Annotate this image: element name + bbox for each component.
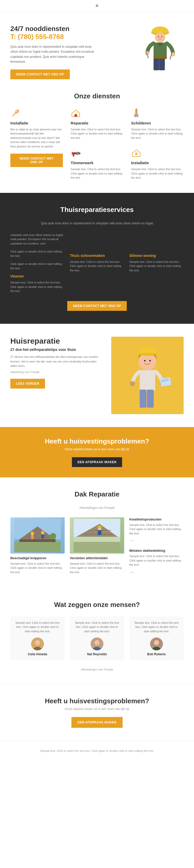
- dak-metalen-arrow[interactable]: →: [129, 569, 184, 575]
- huisrep-subtitle: 27 doe-het-zelfreparatietips voor thuis: [10, 347, 104, 352]
- testimonial-bob-name: Bob Roberts: [147, 652, 166, 656]
- svg-point-43: [41, 531, 45, 533]
- dienst-installatie2-title: Installatie: [131, 161, 184, 165]
- huisrep-title: Huisreparatie: [10, 337, 104, 345]
- dak-kwaliteit-text: Sample text. Click to select the text bo…: [129, 523, 184, 536]
- dak-versleten-text: Sample text. Click to select the text bo…: [70, 562, 124, 575]
- thuis-title: Thuisreparatieservices: [10, 206, 184, 214]
- paint-icon: [131, 108, 141, 118]
- hero-phone: T: (780) 555-8768: [10, 33, 132, 41]
- thuis-col2-title: Thuis schoonmaken: [70, 253, 124, 258]
- svg-rect-14: [135, 109, 137, 115]
- cta1-title: Heeft u huisvestingsproblemen?: [10, 437, 184, 445]
- dak-beschadigd: Beschadigd knipperen Sample text. Click …: [10, 517, 65, 575]
- dak-kwaliteit: Kwaliteitsproducten Sample text. Click t…: [129, 517, 184, 544]
- cta-banner-1: Heeft u huisvestingsproblemen? Onze expe…: [0, 427, 194, 477]
- svg-point-40: [30, 532, 34, 534]
- cta2-title: Heeft u huisvestingsproblemen?: [10, 697, 184, 705]
- dienst-installatie-cta-button[interactable]: NEEM CONTACT MET ONS OP: [10, 154, 63, 167]
- drill-icon: [71, 148, 81, 158]
- svg-point-1: [155, 32, 165, 42]
- dienst-reparatie-text: Sample text. Click to select the text bo…: [71, 127, 123, 140]
- svg-rect-19: [73, 154, 74, 156]
- thuis-section: Thuisreparatieservices Quis aute irure d…: [0, 193, 194, 324]
- testimonial-nat: Sample text. Click to select the text bo…: [70, 617, 124, 660]
- dienst-timmerwerk-title: Timmerwerk: [71, 161, 123, 165]
- svg-rect-26: [140, 370, 155, 391]
- diensten-title: Onze diensten: [10, 92, 184, 100]
- svg-point-57: [35, 640, 40, 645]
- testimonial-nat-text: Sample text. Click to select the text bo…: [74, 621, 120, 633]
- thuis-col-2: Thuis schoonmaken Sample text. Click to …: [70, 233, 124, 293]
- thuis-cta-button[interactable]: NEEM CONTACT MET ONS OP: [67, 301, 127, 311]
- svg-point-24: [149, 360, 151, 362]
- dienst-installatie-title: Installatie: [10, 121, 63, 125]
- svg-rect-37: [20, 539, 56, 542]
- svg-rect-42: [41, 534, 44, 538]
- svg-point-2: [158, 36, 159, 37]
- cta2-button[interactable]: EEN AFSPRAAK MAKEN: [72, 717, 123, 728]
- thuis-subtitle: Quis aute irure dolor in reprehenderit i…: [10, 221, 184, 225]
- dak-beschadigd-text: Sample text. Click to select the text bo…: [10, 562, 65, 575]
- dak-credit: Afbeeldingen van Freepik: [10, 506, 184, 509]
- hero-image: [132, 22, 184, 75]
- svg-point-60: [94, 640, 100, 645]
- hero-cta-button[interactable]: NEEM CONTACT MET ONS OP: [10, 69, 70, 79]
- svg-rect-11: [159, 59, 165, 70]
- testimonial-celia: Sample text. Click to select the text bo…: [10, 617, 65, 660]
- cta1-button[interactable]: EEN AFSPRAAK MAKEN: [72, 457, 122, 467]
- dienst-reparatie: Reparatie Sample text. Click to select t…: [71, 108, 123, 140]
- diensten-section: Onze diensten Installatie Ben je altijd …: [0, 79, 194, 193]
- hero-title: 24/7 nooddiensten: [10, 25, 132, 33]
- dienst-installatie2-text: Sample text. Click to select the text bo…: [131, 167, 184, 180]
- dak-versleten: Versleten afdichtmiddel Sample text. Cli…: [70, 517, 124, 575]
- dak-versleten-image: [70, 517, 124, 554]
- huisrep-credit: Afbeelding van Freepik: [10, 371, 104, 374]
- hero-text: Quis aute irure dolor in reprehenderit i…: [10, 44, 98, 64]
- header: ≡: [0, 0, 194, 12]
- thuis-col1-title: Vloeren: [10, 274, 65, 278]
- thuis-col3-title: Slimme woning: [129, 253, 184, 258]
- dienst-installatie-text: Ben je altijd al op zoek geweest naar he…: [10, 127, 63, 149]
- svg-point-3: [161, 36, 162, 37]
- testimonial-celia-name: Celia Almeda: [28, 652, 47, 656]
- dak-kwaliteit-title: Kwaliteitsproducten: [129, 517, 184, 521]
- hamburger-menu-icon[interactable]: ≡: [96, 3, 99, 8]
- footer: Sample text. Click to select the text bo…: [0, 741, 194, 761]
- dak-versleten-title: Versleten afdichtmiddel: [70, 556, 124, 560]
- testimonial-nat-name: Nat Reynolds: [87, 652, 107, 656]
- svg-point-63: [154, 640, 159, 645]
- svg-point-20: [135, 153, 138, 155]
- dienst-schilderen: Schilderen Sample text. Click to select …: [131, 108, 184, 140]
- dak-kwaliteit-arrow[interactable]: →: [129, 537, 184, 544]
- dienst-schilderen-text: Sample text. Click to select the text bo…: [131, 127, 184, 140]
- svg-point-18: [78, 152, 80, 154]
- svg-rect-54: [98, 530, 102, 535]
- avatar-bob: [150, 638, 163, 650]
- testimonial-bob-text: Sample text. Click to select the text bo…: [134, 621, 179, 633]
- huisrep-image: [111, 337, 184, 414]
- testimonial-celia-text: Sample text. Click to select the text bo…: [15, 621, 60, 633]
- huisrep-cta-button[interactable]: LEES VERDER: [10, 379, 45, 389]
- hero-section: 24/7 nooddiensten T: (780) 555-8768 Quis…: [0, 12, 194, 79]
- huisrep-text: 27 slimme doe-het-zelfreparatietips die …: [10, 355, 104, 368]
- svg-rect-39: [31, 535, 34, 539]
- thuis-col-1: voluptate velit esse cillum dolore eu fu…: [10, 233, 65, 293]
- thuis-col1-desc: Sample text. Click to select the text bo…: [10, 280, 65, 293]
- testimonials-section: Wat zeggen onze mensen? Sample text. Cli…: [0, 588, 194, 684]
- svg-rect-55: [74, 542, 120, 552]
- house-icon: [71, 108, 81, 118]
- svg-point-23: [144, 360, 146, 362]
- cta1-subtitle: Onze experts lossen ze in een mum van ti…: [10, 447, 184, 451]
- dak-right-column: Kwaliteitsproducten Sample text. Click t…: [129, 517, 184, 575]
- thuis-col1-side1: Click again or double click to start edi…: [10, 249, 65, 258]
- home-install-icon: [131, 148, 141, 158]
- svg-point-27: [130, 381, 135, 386]
- cta2-subtitle: Onze experts lossen ze in een mum van ti…: [10, 707, 184, 711]
- thuis-col1-intro: voluptate velit esse cillum dolore eu fu…: [10, 233, 65, 246]
- svg-rect-13: [75, 114, 77, 117]
- dak-metalen-text: Sample text. Click to select the text bo…: [129, 554, 184, 567]
- svg-rect-33: [147, 390, 154, 408]
- thuis-col2-desc: Sample text. Click to select the text bo…: [70, 260, 124, 273]
- dienst-timmerwerk: Timmerwerk Sample text. Click to select …: [71, 148, 123, 180]
